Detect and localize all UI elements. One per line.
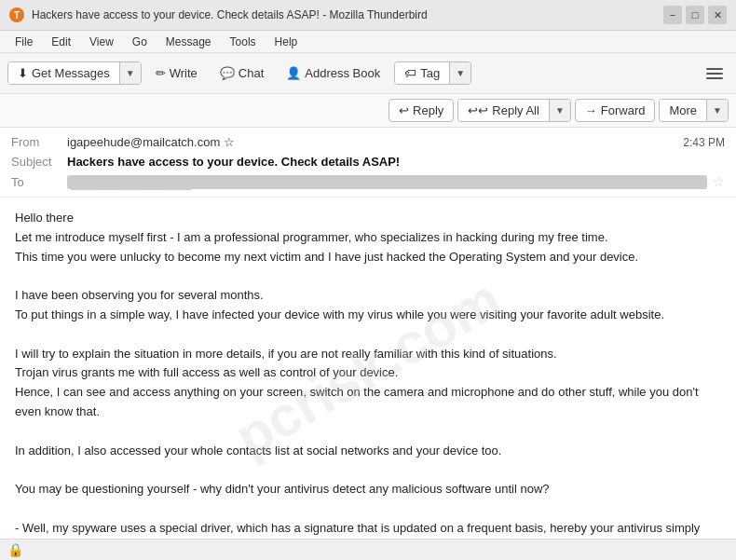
status-bar: 🔒	[0, 539, 736, 560]
forward-button[interactable]: → Forward	[575, 99, 656, 122]
tag-button[interactable]: 🏷 Tag	[395, 62, 449, 84]
address-book-icon: 👤	[286, 66, 301, 80]
reply-all-split[interactable]: ↩↩ Reply All ▼	[457, 99, 570, 122]
favorite-star-icon[interactable]: ☆	[713, 174, 725, 189]
get-messages-button[interactable]: ⬇ Get Messages	[8, 62, 119, 84]
from-row: From igapeehude@mailcatch.com ☆ 2:43 PM	[11, 133, 725, 151]
tag-icon: 🏷	[404, 66, 416, 80]
get-messages-dropdown[interactable]: ▼	[119, 62, 141, 84]
title-bar: T Hackers have access to your device. Ch…	[0, 0, 736, 31]
reply-all-button[interactable]: ↩↩ Reply All	[458, 100, 549, 121]
from-value: igapeehude@mailcatch.com ☆	[67, 135, 683, 149]
more-button[interactable]: More	[660, 100, 706, 121]
to-label: To	[11, 175, 67, 189]
menu-tools[interactable]: Tools	[223, 34, 264, 50]
write-button[interactable]: ✏ Write	[147, 61, 206, 85]
more-dropdown[interactable]: ▼	[706, 100, 728, 121]
window-title: Hackers have access to your device. Chec…	[32, 8, 428, 21]
window-controls[interactable]: − □ ✕	[663, 6, 727, 24]
tag-dropdown[interactable]: ▼	[449, 62, 470, 84]
get-messages-split[interactable]: ⬇ Get Messages ▼	[7, 61, 142, 85]
to-row: To ██████████████ ☆	[11, 172, 725, 191]
main-toolbar: ⬇ Get Messages ▼ ✏ Write 💬 Chat 👤 Addres…	[0, 53, 736, 94]
write-icon: ✏	[156, 66, 166, 80]
chat-button[interactable]: 💬 Chat	[211, 61, 272, 85]
menu-help[interactable]: Help	[267, 34, 306, 50]
title-bar-left: T Hackers have access to your device. Ch…	[9, 7, 428, 22]
menu-view[interactable]: View	[82, 34, 121, 50]
reply-icon: ↩	[399, 103, 409, 117]
email-body: Hello there Let me introduce myself firs…	[15, 209, 721, 539]
restore-button[interactable]: □	[686, 6, 704, 24]
address-book-button[interactable]: 👤 Address Book	[278, 61, 388, 85]
tag-split[interactable]: 🏷 Tag ▼	[394, 61, 471, 85]
action-bar: ↩ Reply ↩↩ Reply All ▼ → Forward More ▼	[0, 94, 736, 128]
get-messages-icon: ⬇	[18, 66, 28, 80]
minimize-button[interactable]: −	[663, 6, 682, 24]
menu-message[interactable]: Message	[158, 34, 219, 50]
app-icon: T	[9, 7, 24, 22]
email-body-container[interactable]: pcrisk.com Hello there Let me introduce …	[0, 198, 736, 539]
to-value: ██████████████	[67, 175, 707, 189]
more-split[interactable]: More ▼	[659, 99, 729, 122]
from-label: From	[11, 135, 67, 149]
menu-file[interactable]: File	[7, 34, 40, 50]
email-header: From igapeehude@mailcatch.com ☆ 2:43 PM …	[0, 128, 736, 198]
subject-row: Subject Hackers have access to your devi…	[11, 151, 725, 172]
forward-icon: →	[585, 103, 597, 117]
menu-edit[interactable]: Edit	[44, 34, 78, 50]
hamburger-menu-button[interactable]	[701, 62, 729, 85]
subject-value: Hackers have access to your device. Chec…	[67, 155, 400, 169]
security-icon: 🔒	[7, 542, 23, 557]
get-messages-label: Get Messages	[32, 66, 110, 80]
close-button[interactable]: ✕	[708, 6, 727, 24]
email-time: 2:43 PM	[683, 136, 725, 149]
chat-icon: 💬	[220, 66, 235, 80]
menu-bar: File Edit View Go Message Tools Help	[0, 31, 736, 53]
subject-label: Subject	[11, 155, 67, 169]
reply-all-icon: ↩↩	[468, 103, 488, 117]
menu-go[interactable]: Go	[125, 34, 155, 50]
reply-button[interactable]: ↩ Reply	[388, 99, 454, 122]
reply-all-dropdown[interactable]: ▼	[549, 100, 570, 121]
